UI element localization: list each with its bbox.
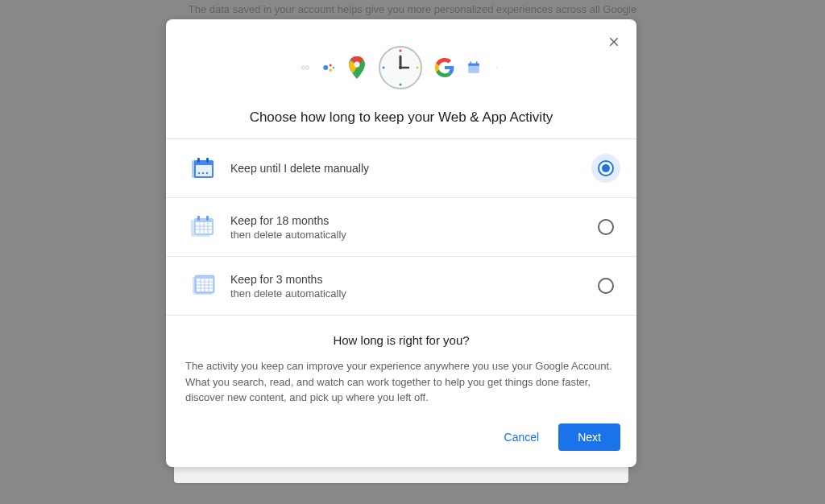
calendar-manual-icon — [189, 154, 218, 183]
option-title: Keep until I delete manually — [230, 162, 598, 175]
svg-point-7 — [417, 67, 419, 69]
header-icon-row — [185, 45, 617, 90]
calendar-3-icon — [189, 271, 218, 300]
option-text: Keep for 3 months then delete automatica… — [230, 273, 598, 300]
svg-point-23 — [198, 172, 200, 174]
info-section: How long is right for you? The activity … — [166, 316, 636, 414]
svg-point-8 — [400, 84, 402, 86]
google-g-icon — [434, 57, 455, 78]
radio-unselected[interactable] — [598, 219, 614, 235]
assistant-icon — [321, 60, 336, 75]
svg-rect-21 — [197, 158, 200, 163]
maps-pin-icon — [347, 56, 367, 79]
close-button[interactable] — [603, 31, 625, 53]
option-text: Keep until I delete manually — [230, 162, 598, 175]
svg-point-3 — [333, 67, 334, 68]
svg-rect-30 — [206, 216, 209, 221]
link-icon — [301, 63, 310, 72]
info-heading: How long is right for you? — [185, 333, 617, 347]
next-button[interactable]: Next — [558, 423, 620, 451]
option-title: Keep for 3 months — [230, 273, 598, 286]
svg-point-1 — [330, 64, 332, 67]
svg-rect-29 — [197, 216, 200, 221]
svg-point-0 — [323, 65, 328, 70]
svg-point-2 — [329, 68, 332, 72]
radio-selected[interactable] — [598, 160, 614, 176]
background-text: The data saved in your account helps giv… — [0, 3, 825, 15]
svg-point-12 — [399, 66, 402, 69]
option-manual[interactable]: Keep until I delete manually — [166, 139, 636, 198]
svg-rect-14 — [468, 64, 479, 66]
svg-rect-16 — [476, 62, 478, 65]
svg-rect-15 — [471, 62, 472, 65]
option-text: Keep for 18 months then delete automatic… — [230, 214, 598, 241]
svg-rect-20 — [196, 165, 212, 176]
option-subtitle: then delete automatically — [230, 287, 598, 300]
option-3-months[interactable]: Keep for 3 months then delete automatica… — [166, 257, 636, 316]
svg-point-25 — [206, 172, 208, 174]
svg-point-9 — [383, 67, 385, 69]
option-subtitle: then delete automatically — [230, 229, 598, 241]
svg-point-6 — [400, 50, 402, 52]
activity-retention-modal: Choose how long to keep your Web & App A… — [166, 19, 636, 467]
calendar-18-icon — [189, 213, 218, 242]
svg-rect-22 — [206, 158, 209, 163]
option-title: Keep for 18 months — [230, 214, 598, 227]
svg-point-24 — [202, 172, 204, 174]
modal-title: Choose how long to keep your Web & App A… — [185, 109, 617, 126]
info-body: The activity you keep can improve your e… — [185, 358, 617, 406]
svg-point-17 — [496, 67, 499, 69]
modal-header: Choose how long to keep your Web & App A… — [166, 19, 636, 138]
modal-footer: Cancel Next — [166, 414, 636, 467]
sparkle-icon — [492, 63, 502, 72]
option-18-months[interactable]: Keep for 18 months then delete automatic… — [166, 198, 636, 257]
radio-unselected[interactable] — [598, 278, 614, 294]
cancel-button[interactable]: Cancel — [491, 424, 553, 450]
svg-point-4 — [354, 62, 360, 68]
clock-icon — [378, 45, 423, 90]
close-icon — [607, 35, 621, 49]
calendar-icon — [466, 60, 481, 75]
